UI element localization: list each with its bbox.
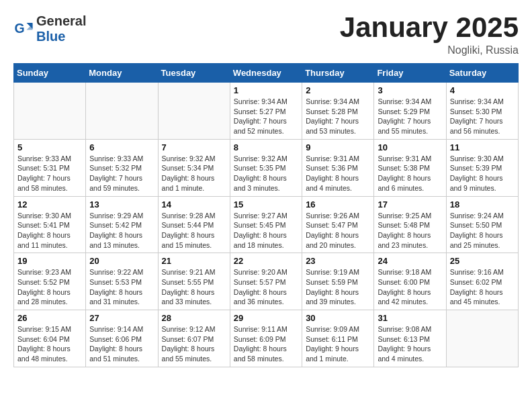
calendar-cell: 14Sunrise: 9:28 AM Sunset: 5:44 PM Dayli…: [158, 196, 230, 253]
calendar-cell: 23Sunrise: 9:19 AM Sunset: 5:59 PM Dayli…: [302, 253, 374, 310]
day-info: Sunrise: 9:21 AM Sunset: 5:55 PM Dayligh…: [162, 267, 226, 307]
calendar-cell: 6Sunrise: 9:33 AM Sunset: 5:32 PM Daylig…: [86, 139, 158, 196]
day-info: Sunrise: 9:28 AM Sunset: 5:44 PM Dayligh…: [162, 211, 226, 250]
calendar-week-row: 1Sunrise: 9:34 AM Sunset: 5:27 PM Daylig…: [14, 83, 519, 140]
calendar-cell: 26Sunrise: 9:15 AM Sunset: 6:04 PM Dayli…: [14, 310, 86, 367]
day-number: 22: [234, 256, 298, 266]
calendar-cell: 22Sunrise: 9:20 AM Sunset: 5:57 PM Dayli…: [230, 253, 302, 310]
calendar-cell: 29Sunrise: 9:11 AM Sunset: 6:09 PM Dayli…: [230, 310, 302, 367]
day-number: 21: [162, 256, 226, 266]
day-info: Sunrise: 9:12 AM Sunset: 6:07 PM Dayligh…: [162, 324, 226, 364]
day-number: 4: [450, 85, 515, 95]
calendar-cell: 11Sunrise: 9:30 AM Sunset: 5:39 PM Dayli…: [446, 139, 518, 196]
day-number: 6: [89, 142, 154, 152]
day-number: 2: [306, 85, 370, 95]
calendar-table: SundayMondayTuesdayWednesdayThursdayFrid…: [13, 63, 519, 367]
calendar-cell: 17Sunrise: 9:25 AM Sunset: 5:48 PM Dayli…: [374, 196, 446, 253]
day-info: Sunrise: 9:09 AM Sunset: 6:11 PM Dayligh…: [306, 324, 370, 364]
calendar-cell: 1Sunrise: 9:34 AM Sunset: 5:27 PM Daylig…: [230, 83, 302, 140]
day-number: 18: [450, 199, 515, 210]
logo: G General Blue: [13, 13, 86, 44]
day-number: 25: [450, 256, 515, 266]
day-number: 11: [450, 142, 515, 152]
logo-icon: G: [13, 19, 34, 39]
calendar-cell: 9Sunrise: 9:31 AM Sunset: 5:36 PM Daylig…: [302, 139, 374, 196]
day-number: 8: [234, 142, 298, 152]
day-info: Sunrise: 9:14 AM Sunset: 6:06 PM Dayligh…: [89, 324, 154, 364]
calendar-cell: 2Sunrise: 9:34 AM Sunset: 5:28 PM Daylig…: [302, 83, 374, 140]
calendar-cell: 20Sunrise: 9:22 AM Sunset: 5:53 PM Dayli…: [86, 253, 158, 310]
day-info: Sunrise: 9:19 AM Sunset: 5:59 PM Dayligh…: [306, 267, 370, 307]
day-number: 3: [378, 85, 442, 95]
day-number: 7: [162, 142, 226, 152]
calendar-cell: 10Sunrise: 9:31 AM Sunset: 5:38 PM Dayli…: [374, 139, 446, 196]
calendar-cell: 12Sunrise: 9:30 AM Sunset: 5:41 PM Dayli…: [14, 196, 86, 253]
day-info: Sunrise: 9:34 AM Sunset: 5:28 PM Dayligh…: [306, 97, 370, 136]
weekday-header-thursday: Thursday: [302, 64, 374, 83]
day-number: 31: [378, 313, 442, 323]
day-number: 20: [89, 256, 154, 266]
calendar-week-row: 19Sunrise: 9:23 AM Sunset: 5:52 PM Dayli…: [14, 253, 519, 310]
day-info: Sunrise: 9:27 AM Sunset: 5:45 PM Dayligh…: [234, 211, 298, 250]
day-info: Sunrise: 9:11 AM Sunset: 6:09 PM Dayligh…: [234, 324, 298, 364]
day-info: Sunrise: 9:34 AM Sunset: 5:30 PM Dayligh…: [450, 97, 515, 136]
calendar-week-row: 12Sunrise: 9:30 AM Sunset: 5:41 PM Dayli…: [14, 196, 519, 253]
day-number: 30: [306, 313, 370, 323]
calendar-cell: 19Sunrise: 9:23 AM Sunset: 5:52 PM Dayli…: [14, 253, 86, 310]
calendar-cell: 4Sunrise: 9:34 AM Sunset: 5:30 PM Daylig…: [446, 83, 518, 140]
day-info: Sunrise: 9:08 AM Sunset: 6:13 PM Dayligh…: [378, 324, 442, 364]
day-number: 10: [378, 142, 442, 152]
day-number: 13: [89, 199, 154, 210]
day-number: 17: [378, 199, 442, 210]
day-info: Sunrise: 9:31 AM Sunset: 5:38 PM Dayligh…: [378, 154, 442, 193]
calendar-cell: 7Sunrise: 9:32 AM Sunset: 5:34 PM Daylig…: [158, 139, 230, 196]
svg-text:G: G: [15, 21, 25, 36]
weekday-header-friday: Friday: [374, 64, 446, 83]
day-info: Sunrise: 9:33 AM Sunset: 5:32 PM Dayligh…: [89, 154, 154, 193]
day-number: 1: [234, 85, 298, 95]
calendar-cell: 15Sunrise: 9:27 AM Sunset: 5:45 PM Dayli…: [230, 196, 302, 253]
calendar-cell: 8Sunrise: 9:32 AM Sunset: 5:35 PM Daylig…: [230, 139, 302, 196]
day-info: Sunrise: 9:32 AM Sunset: 5:35 PM Dayligh…: [234, 154, 298, 193]
calendar-cell: 31Sunrise: 9:08 AM Sunset: 6:13 PM Dayli…: [374, 310, 446, 367]
day-number: 29: [234, 313, 298, 323]
location-subtitle: Nogliki, Russia: [340, 44, 519, 56]
weekday-header-monday: Monday: [86, 64, 158, 83]
title-block: January 2025 Nogliki, Russia: [340, 13, 519, 56]
calendar-cell: [86, 83, 158, 140]
calendar-cell: 16Sunrise: 9:26 AM Sunset: 5:47 PM Dayli…: [302, 196, 374, 253]
day-number: 14: [162, 199, 226, 210]
calendar-cell: [158, 83, 230, 140]
day-info: Sunrise: 9:34 AM Sunset: 5:29 PM Dayligh…: [378, 97, 442, 136]
day-info: Sunrise: 9:24 AM Sunset: 5:50 PM Dayligh…: [450, 211, 515, 250]
weekday-header-row: SundayMondayTuesdayWednesdayThursdayFrid…: [14, 64, 519, 83]
day-number: 24: [378, 256, 442, 266]
calendar-cell: 25Sunrise: 9:16 AM Sunset: 6:02 PM Dayli…: [446, 253, 518, 310]
weekday-header-wednesday: Wednesday: [230, 64, 302, 83]
calendar-cell: 18Sunrise: 9:24 AM Sunset: 5:50 PM Dayli…: [446, 196, 518, 253]
logo-line2: Blue: [36, 29, 86, 44]
page-header: G General Blue January 2025 Nogliki, Rus…: [13, 13, 519, 56]
day-info: Sunrise: 9:23 AM Sunset: 5:52 PM Dayligh…: [17, 267, 82, 307]
day-info: Sunrise: 9:29 AM Sunset: 5:42 PM Dayligh…: [89, 211, 154, 250]
day-number: 9: [306, 142, 370, 152]
day-number: 19: [17, 256, 82, 266]
day-info: Sunrise: 9:34 AM Sunset: 5:27 PM Dayligh…: [234, 97, 298, 136]
calendar-cell: 13Sunrise: 9:29 AM Sunset: 5:42 PM Dayli…: [86, 196, 158, 253]
day-number: 15: [234, 199, 298, 210]
weekday-header-sunday: Sunday: [14, 64, 86, 83]
day-info: Sunrise: 9:15 AM Sunset: 6:04 PM Dayligh…: [17, 324, 82, 364]
logo-line1: General: [36, 13, 86, 29]
day-info: Sunrise: 9:16 AM Sunset: 6:02 PM Dayligh…: [450, 267, 515, 307]
day-info: Sunrise: 9:32 AM Sunset: 5:34 PM Dayligh…: [162, 154, 226, 193]
day-number: 23: [306, 256, 370, 266]
day-info: Sunrise: 9:30 AM Sunset: 5:41 PM Dayligh…: [17, 211, 82, 250]
calendar-cell: 24Sunrise: 9:18 AM Sunset: 6:00 PM Dayli…: [374, 253, 446, 310]
calendar-cell: [446, 310, 518, 367]
calendar-cell: 21Sunrise: 9:21 AM Sunset: 5:55 PM Dayli…: [158, 253, 230, 310]
day-info: Sunrise: 9:31 AM Sunset: 5:36 PM Dayligh…: [306, 154, 370, 193]
day-info: Sunrise: 9:18 AM Sunset: 6:00 PM Dayligh…: [378, 267, 442, 307]
calendar-week-row: 26Sunrise: 9:15 AM Sunset: 6:04 PM Dayli…: [14, 310, 519, 367]
day-number: 5: [17, 142, 82, 152]
calendar-cell: 28Sunrise: 9:12 AM Sunset: 6:07 PM Dayli…: [158, 310, 230, 367]
